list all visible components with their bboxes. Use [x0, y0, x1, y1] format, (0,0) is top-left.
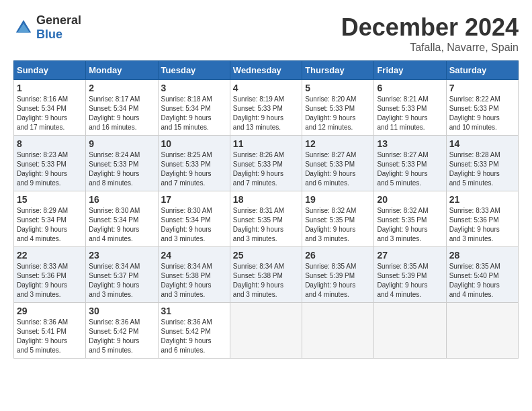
day-number: 5: [305, 83, 371, 93]
header-wednesday: Wednesday: [230, 61, 302, 80]
day-number: 24: [161, 250, 227, 261]
calendar-day-cell: 5Sunrise: 8:20 AMSunset: 5:33 PMDaylight…: [302, 80, 374, 136]
header-tuesday: Tuesday: [158, 61, 230, 80]
calendar-table: Sunday Monday Tuesday Wednesday Thursday…: [13, 60, 519, 359]
day-info: Sunrise: 8:27 AMSunset: 5:33 PMDaylight:…: [377, 150, 443, 188]
calendar-day-cell: 25Sunrise: 8:34 AMSunset: 5:38 PMDayligh…: [230, 247, 302, 303]
day-info: Sunrise: 8:28 AMSunset: 5:33 PMDaylight:…: [449, 150, 515, 188]
day-number: 15: [17, 194, 83, 205]
location-title: Tafalla, Navarre, Spain: [341, 42, 519, 54]
page-header: General Blue December 2024 Tafalla, Nava…: [13, 13, 519, 54]
day-number: 9: [89, 138, 154, 149]
calendar-day-cell: 30Sunrise: 8:36 AMSunset: 5:42 PMDayligh…: [86, 303, 158, 359]
calendar-day-cell: 8Sunrise: 8:23 AMSunset: 5:33 PMDaylight…: [14, 136, 86, 191]
day-number: 27: [377, 250, 443, 261]
header-sunday: Sunday: [14, 61, 86, 80]
logo-icon: [13, 17, 34, 38]
day-info: Sunrise: 8:16 AMSunset: 5:34 PMDaylight:…: [17, 95, 83, 132]
calendar-day-cell: 22Sunrise: 8:33 AMSunset: 5:36 PMDayligh…: [14, 247, 86, 303]
calendar-day-cell: 6Sunrise: 8:21 AMSunset: 5:33 PMDaylight…: [374, 80, 446, 136]
day-number: 26: [305, 250, 371, 261]
calendar-day-cell: 23Sunrise: 8:34 AMSunset: 5:37 PMDayligh…: [86, 247, 158, 303]
calendar-week-row: 1Sunrise: 8:16 AMSunset: 5:34 PMDaylight…: [14, 80, 519, 136]
calendar-day-cell: 1Sunrise: 8:16 AMSunset: 5:34 PMDaylight…: [14, 80, 86, 136]
day-info: Sunrise: 8:22 AMSunset: 5:33 PMDaylight:…: [449, 95, 515, 132]
calendar-day-cell: 17Sunrise: 8:30 AMSunset: 5:34 PMDayligh…: [158, 191, 230, 247]
day-info: Sunrise: 8:19 AMSunset: 5:33 PMDaylight:…: [233, 95, 299, 132]
day-info: Sunrise: 8:30 AMSunset: 5:34 PMDaylight:…: [89, 206, 154, 244]
header-saturday: Saturday: [446, 61, 518, 80]
day-number: 12: [305, 138, 371, 149]
day-number: 11: [233, 138, 299, 149]
calendar-header-row: Sunday Monday Tuesday Wednesday Thursday…: [14, 61, 519, 80]
calendar-day-cell: 4Sunrise: 8:19 AMSunset: 5:33 PMDaylight…: [230, 80, 302, 136]
day-number: 17: [161, 194, 227, 205]
calendar-day-cell: [230, 303, 302, 359]
day-info: Sunrise: 8:34 AMSunset: 5:37 PMDaylight:…: [89, 262, 154, 300]
day-info: Sunrise: 8:32 AMSunset: 5:35 PMDaylight:…: [305, 206, 371, 244]
day-number: 16: [89, 194, 154, 205]
calendar-week-row: 29Sunrise: 8:36 AMSunset: 5:41 PMDayligh…: [14, 303, 519, 359]
day-info: Sunrise: 8:25 AMSunset: 5:33 PMDaylight:…: [161, 150, 227, 188]
day-info: Sunrise: 8:31 AMSunset: 5:35 PMDaylight:…: [233, 206, 299, 244]
calendar-day-cell: 24Sunrise: 8:34 AMSunset: 5:38 PMDayligh…: [158, 247, 230, 303]
day-info: Sunrise: 8:33 AMSunset: 5:36 PMDaylight:…: [449, 206, 515, 244]
header-friday: Friday: [374, 61, 446, 80]
day-info: Sunrise: 8:34 AMSunset: 5:38 PMDaylight:…: [233, 262, 299, 300]
day-info: Sunrise: 8:33 AMSunset: 5:36 PMDaylight:…: [17, 262, 83, 300]
day-number: 20: [377, 194, 443, 205]
day-info: Sunrise: 8:26 AMSunset: 5:33 PMDaylight:…: [233, 150, 299, 188]
day-number: 25: [233, 250, 299, 261]
day-info: Sunrise: 8:32 AMSunset: 5:35 PMDaylight:…: [377, 206, 443, 244]
calendar-day-cell: 3Sunrise: 8:18 AMSunset: 5:34 PMDaylight…: [158, 80, 230, 136]
day-info: Sunrise: 8:18 AMSunset: 5:34 PMDaylight:…: [161, 95, 227, 132]
calendar-day-cell: 26Sunrise: 8:35 AMSunset: 5:39 PMDayligh…: [302, 247, 374, 303]
calendar-day-cell: 7Sunrise: 8:22 AMSunset: 5:33 PMDaylight…: [446, 80, 518, 136]
day-info: Sunrise: 8:30 AMSunset: 5:34 PMDaylight:…: [161, 206, 227, 244]
calendar-day-cell: 9Sunrise: 8:24 AMSunset: 5:33 PMDaylight…: [86, 136, 158, 191]
calendar-day-cell: 29Sunrise: 8:36 AMSunset: 5:41 PMDayligh…: [14, 303, 86, 359]
calendar-day-cell: 19Sunrise: 8:32 AMSunset: 5:35 PMDayligh…: [302, 191, 374, 247]
calendar-week-row: 8Sunrise: 8:23 AMSunset: 5:33 PMDaylight…: [14, 136, 519, 191]
day-info: Sunrise: 8:29 AMSunset: 5:34 PMDaylight:…: [17, 206, 83, 244]
day-number: 7: [449, 83, 515, 93]
month-title: December 2024: [341, 13, 519, 42]
day-number: 29: [17, 306, 83, 316]
logo-blue: Blue: [36, 28, 62, 41]
calendar-day-cell: 10Sunrise: 8:25 AMSunset: 5:33 PMDayligh…: [158, 136, 230, 191]
day-number: 13: [377, 138, 443, 149]
day-number: 2: [89, 83, 154, 93]
title-block: December 2024 Tafalla, Navarre, Spain: [341, 13, 519, 54]
day-number: 23: [89, 250, 154, 261]
day-info: Sunrise: 8:27 AMSunset: 5:33 PMDaylight:…: [305, 150, 371, 188]
day-number: 31: [161, 306, 227, 316]
day-info: Sunrise: 8:36 AMSunset: 5:41 PMDaylight:…: [17, 318, 83, 355]
calendar-day-cell: 11Sunrise: 8:26 AMSunset: 5:33 PMDayligh…: [230, 136, 302, 191]
calendar-day-cell: 14Sunrise: 8:28 AMSunset: 5:33 PMDayligh…: [446, 136, 518, 191]
day-info: Sunrise: 8:36 AMSunset: 5:42 PMDaylight:…: [89, 318, 154, 355]
day-number: 6: [377, 83, 443, 93]
header-thursday: Thursday: [302, 61, 374, 80]
day-number: 8: [17, 138, 83, 149]
day-number: 1: [17, 83, 83, 93]
day-number: 3: [161, 83, 227, 93]
day-info: Sunrise: 8:24 AMSunset: 5:33 PMDaylight:…: [89, 150, 154, 188]
calendar-day-cell: 13Sunrise: 8:27 AMSunset: 5:33 PMDayligh…: [374, 136, 446, 191]
day-number: 18: [233, 194, 299, 205]
calendar-day-cell: 21Sunrise: 8:33 AMSunset: 5:36 PMDayligh…: [446, 191, 518, 247]
calendar-day-cell: 2Sunrise: 8:17 AMSunset: 5:34 PMDaylight…: [86, 80, 158, 136]
calendar-day-cell: [374, 303, 446, 359]
calendar-day-cell: 28Sunrise: 8:35 AMSunset: 5:40 PMDayligh…: [446, 247, 518, 303]
day-info: Sunrise: 8:35 AMSunset: 5:39 PMDaylight:…: [377, 262, 443, 300]
day-info: Sunrise: 8:34 AMSunset: 5:38 PMDaylight:…: [161, 262, 227, 300]
calendar-day-cell: [302, 303, 374, 359]
calendar-day-cell: 27Sunrise: 8:35 AMSunset: 5:39 PMDayligh…: [374, 247, 446, 303]
logo-general: General: [36, 13, 81, 27]
calendar-day-cell: 15Sunrise: 8:29 AMSunset: 5:34 PMDayligh…: [14, 191, 86, 247]
header-monday: Monday: [86, 61, 158, 80]
logo: General Blue: [13, 13, 81, 42]
calendar-week-row: 22Sunrise: 8:33 AMSunset: 5:36 PMDayligh…: [14, 247, 519, 303]
day-number: 22: [17, 250, 83, 261]
calendar-day-cell: 31Sunrise: 8:36 AMSunset: 5:42 PMDayligh…: [158, 303, 230, 359]
day-info: Sunrise: 8:36 AMSunset: 5:42 PMDaylight:…: [161, 318, 227, 355]
